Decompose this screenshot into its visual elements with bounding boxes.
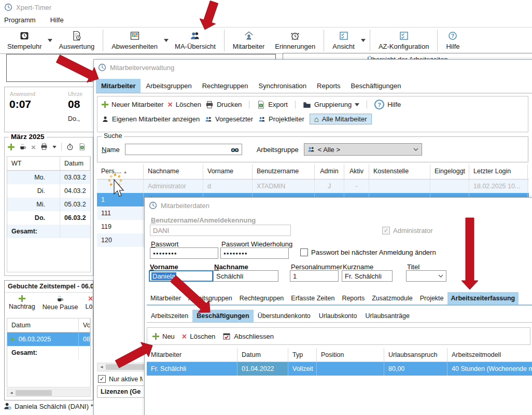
- stamps-hscrollbar[interactable]: ◄: [7, 389, 91, 397]
- gruppierung-button[interactable]: Gruppierung: [303, 101, 359, 109]
- stab-urlaubsantraege[interactable]: Urlaubsanträge: [361, 310, 413, 322]
- menu-programm[interactable]: Programm: [4, 16, 36, 24]
- scroll-left-icon[interactable]: ◄: [7, 389, 16, 396]
- scroll-left-icon[interactable]: ◄: [97, 363, 106, 371]
- titel-select[interactable]: [406, 270, 446, 282]
- print-icon[interactable]: [40, 143, 48, 150]
- toolbar-abwesenheiten-button[interactable]: Abwesenheiten: [106, 29, 163, 52]
- loeschen-button[interactable]: × Löschen: [182, 333, 216, 340]
- toolbar-erinnerungen-button[interactable]: Erinnerungen: [270, 29, 320, 52]
- dtab-rechtegruppen[interactable]: Rechtegruppen: [236, 292, 287, 305]
- loeschen-button[interactable]: × Lös: [86, 295, 93, 311]
- toolbar-az-konfiguration-button[interactable]: AZ-Konfiguration: [373, 29, 435, 52]
- eigene-mitarbeiter-button[interactable]: Eigenen Mitarbeiter anzeigen: [102, 115, 200, 123]
- abwesenheiten-dropdown[interactable]: [163, 29, 170, 52]
- nachname-field[interactable]: Schälchli: [213, 270, 278, 282]
- stab-arbeitszeiten[interactable]: Arbeitszeiten: [147, 310, 192, 322]
- stempeluhr-dropdown[interactable]: [47, 29, 53, 52]
- help-icon: ?: [447, 31, 458, 41]
- personalnummer-field[interactable]: 1: [290, 270, 339, 282]
- export-button[interactable]: Export: [257, 101, 288, 109]
- name-label: Name: [102, 146, 120, 154]
- dtab-erfasste-zeiten[interactable]: Erfasste Zeiten: [287, 292, 338, 305]
- report-icon: [72, 31, 82, 41]
- absence-calendar-icon: [130, 31, 140, 41]
- hilfe-button[interactable]: ? Hilfe: [374, 100, 401, 109]
- menu-hilfe[interactable]: Hilfe: [50, 16, 64, 24]
- vorgesetzter-button[interactable]: Vorgesetzter: [205, 115, 253, 123]
- employee-row-administrator[interactable]: Administrator d XTADMIN J - 18.02.2025 1…: [97, 179, 529, 193]
- neue-pause-button[interactable]: Neue Pause: [43, 295, 78, 311]
- stamp-row-selected[interactable]: ▶ 06.03.2025 08: [7, 333, 90, 346]
- dtab-mitarbeiter[interactable]: Mitarbeiter: [147, 292, 185, 305]
- dtab-zusatzmodule[interactable]: Zusatzmodule: [368, 292, 416, 305]
- abschliessen-button[interactable]: Abschliessen: [222, 332, 274, 340]
- scrollbar-thumb[interactable]: [16, 390, 52, 396]
- main-titlebar: Xpert-Timer: [4, 3, 51, 11]
- excel-export-icon[interactable]: [78, 143, 86, 150]
- dialog-title: Mitarbeiterdaten: [161, 202, 209, 210]
- tab-synchronisation[interactable]: Synchronisation: [254, 79, 312, 93]
- password-repeat-field[interactable]: ●●●●●●●●: [220, 247, 289, 259]
- month-row[interactable]: Di. 04.03.2: [7, 184, 90, 198]
- vorname-field[interactable]: Daniela: [149, 270, 213, 282]
- folder-icon: [303, 101, 311, 109]
- window-titlebar[interactable]: Mitarbeiterverwaltung: [94, 60, 532, 74]
- alarm-icon: [290, 31, 300, 41]
- tab-mitarbeiter[interactable]: Mitarbeiter: [96, 79, 141, 93]
- toolbar-stempeluhr-button[interactable]: Stempeluhr: [2, 29, 47, 52]
- month-row[interactable]: Mo. 03.03.2: [7, 171, 90, 184]
- dtab-arbeitsgruppen[interactable]: Arbeitsgruppen: [185, 292, 236, 305]
- tab-rechtegruppen[interactable]: Rechtegruppen: [197, 79, 254, 93]
- chevron-down-icon[interactable]: [52, 146, 57, 148]
- delete-icon: ×: [182, 333, 187, 340]
- toolbar-ansicht-button[interactable]: Ansicht: [327, 29, 360, 52]
- checkbox-checked-icon: ✓: [382, 227, 390, 234]
- employment-row-selected[interactable]: Fr. Schälchli 01.04.2022 Vollzeit 80,00 …: [147, 362, 532, 376]
- username-field[interactable]: DANI: [150, 225, 291, 236]
- delete-icon[interactable]: ×: [31, 144, 36, 150]
- tab-reports[interactable]: Reports: [312, 79, 346, 93]
- month-row-today[interactable]: Do. 06.03.2: [7, 211, 90, 225]
- coffee-pause-icon: [57, 295, 64, 302]
- tab-beschaeftigungen[interactable]: Beschäftigungen: [346, 79, 407, 93]
- print-icon: [205, 101, 214, 109]
- alle-mitarbeiter-button[interactable]: ⌂ Alle Mitarbeiter: [310, 114, 372, 125]
- neu-button[interactable]: Neu: [152, 333, 175, 340]
- password-change-checkbox[interactable]: Passwort bei nächster Anmeldung ändern: [300, 248, 436, 256]
- drucken-button[interactable]: Drucken: [205, 101, 242, 109]
- neuer-mitarbeiter-button[interactable]: Neuer Mitarbeiter: [102, 101, 163, 108]
- stamp-clock-icon: [19, 31, 30, 41]
- toolbar-separator: [103, 30, 103, 51]
- stopwatch-icon[interactable]: [66, 143, 74, 150]
- toolbar-auswertung-button[interactable]: Auswertung: [53, 29, 100, 52]
- dtab-arbeitszeiterfassung[interactable]: Arbeitszeiterfassung: [447, 292, 519, 305]
- dialog-clock-icon: [149, 201, 157, 210]
- name-search-input[interactable]: [125, 144, 242, 155]
- active-only-checkbox[interactable]: ✓ Nur aktive M: [98, 375, 143, 383]
- ansicht-dropdown[interactable]: [360, 29, 367, 52]
- nachtrag-button[interactable]: Nachtrag: [9, 295, 35, 311]
- tab-arbeitsgruppen[interactable]: Arbeitsgruppen: [141, 79, 197, 93]
- add-icon[interactable]: [8, 144, 15, 150]
- kurzname-field[interactable]: Fr. Schälchli: [342, 270, 393, 282]
- dtab-projekte[interactable]: Projekte: [416, 292, 447, 305]
- password-field[interactable]: ●●●●●●●●: [150, 247, 218, 259]
- projektleiter-button[interactable]: Projektleiter: [258, 115, 304, 123]
- coffee-pause-icon[interactable]: [19, 143, 26, 150]
- administrator-checkbox[interactable]: ✓ Administrator: [382, 227, 433, 234]
- stamps-table-header: Datum Vo: [7, 319, 90, 333]
- toolbar-mitarbeiter-button[interactable]: Mitarbeiter: [228, 29, 270, 52]
- vorname-label: Vorname: [150, 263, 178, 271]
- month-row[interactable]: Mi. 05.03.2: [7, 198, 90, 211]
- arbeitsgruppe-select[interactable]: < Alle >: [304, 143, 422, 156]
- stab-beschaeftigungen[interactable]: Beschäftigungen: [192, 310, 253, 322]
- stab-ueberstundenkonto[interactable]: Überstundenkonto: [254, 310, 315, 322]
- chevron-down-icon: [438, 274, 443, 278]
- stab-urlaubskonto[interactable]: Urlaubskonto: [315, 310, 361, 322]
- dtab-reports[interactable]: Reports: [338, 292, 368, 305]
- dialog-titlebar[interactable]: Mitarbeiterdaten: [145, 198, 532, 211]
- loeschen-button[interactable]: × Löschen: [167, 101, 201, 108]
- toolbar-hilfe-button[interactable]: ? Hilfe: [441, 29, 465, 52]
- toolbar-ma-uebersicht-button[interactable]: MA-Übersicht: [170, 29, 221, 52]
